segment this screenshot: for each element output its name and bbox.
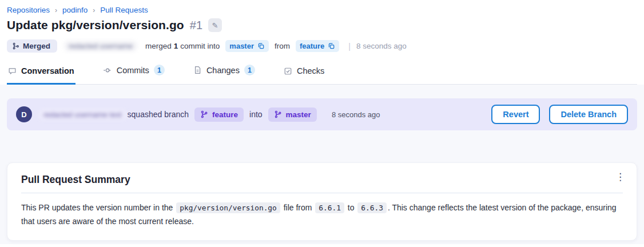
checklist-icon	[284, 67, 292, 75]
banner-target-branch-pill[interactable]: master	[268, 107, 317, 122]
overflow-menu-button[interactable]: ⋮	[612, 170, 629, 184]
comment-icon	[8, 67, 17, 75]
banner-action-text: squashed branch	[128, 110, 189, 119]
summary-card-title: Pull Request Summary	[21, 174, 623, 186]
title-row: Update pkg/version/version.go #1 ✎	[7, 18, 637, 32]
target-branch-pill[interactable]: master	[225, 40, 269, 52]
card-divider	[21, 193, 623, 193]
pr-summary-card: ⋮ Pull Request Summary This PR updates t…	[7, 162, 637, 241]
source-branch-name: feature	[300, 42, 324, 50]
git-merge-icon	[12, 42, 19, 50]
banner-into-text: into	[249, 110, 263, 119]
git-branch-icon	[200, 110, 208, 118]
breadcrumb-podinfo[interactable]: podinfo	[62, 6, 88, 14]
banner-actions: Revert Delete Branch	[491, 105, 628, 124]
tab-label: Conversation	[21, 66, 74, 75]
page-header: Repositories › podinfo › Pull Requests U…	[0, 0, 644, 85]
banner-timestamp: 8 seconds ago	[332, 110, 380, 119]
commit-into-text: commit into	[180, 42, 220, 50]
content-area: D redacted username text squashed branch…	[0, 85, 644, 244]
commit-icon	[103, 66, 112, 75]
pencil-icon: ✎	[212, 21, 218, 30]
commit-count: 1	[174, 42, 178, 50]
pr-tabs: Conversation Commits 1 Changes 1	[7, 62, 637, 85]
changes-count-badge: 1	[244, 65, 255, 75]
separator-bar: |	[348, 42, 351, 51]
from-text: from	[275, 42, 290, 50]
banner-source-branch-name: feature	[212, 110, 238, 119]
breadcrumb-pull-requests[interactable]: Pull Requests	[100, 6, 148, 14]
pr-number: #1	[190, 19, 202, 32]
tab-conversation[interactable]: Conversation	[7, 64, 75, 85]
merge-banner: D redacted username text squashed branch…	[7, 98, 637, 130]
source-branch-pill[interactable]: feature	[296, 40, 339, 52]
tab-changes[interactable]: Changes 1	[192, 62, 256, 85]
status-badge: Merged	[7, 39, 57, 53]
tab-checks[interactable]: Checks	[283, 64, 325, 85]
kebab-menu-icon: ⋮	[615, 172, 625, 182]
revert-button[interactable]: Revert	[491, 105, 540, 124]
merged-text: merged	[145, 42, 172, 50]
git-branch-icon	[274, 110, 282, 118]
merge-author-redacted: redacted username	[64, 41, 137, 51]
merge-info-row: Merged redacted username merged 1 commit…	[7, 39, 637, 53]
status-badge-label: Merged	[23, 42, 50, 50]
merge-timestamp: 8 seconds ago	[356, 42, 407, 50]
tab-label: Commits	[117, 66, 149, 75]
avatar[interactable]: D	[16, 106, 32, 122]
banner-target-branch-name: master	[286, 110, 311, 119]
tab-commits[interactable]: Commits 1	[102, 62, 166, 85]
delete-branch-button[interactable]: Delete Branch	[549, 105, 628, 124]
breadcrumb-repositories[interactable]: Repositories	[7, 6, 50, 14]
tab-label: Changes	[206, 66, 240, 75]
copy-icon[interactable]	[328, 42, 335, 50]
breadcrumb-separator: ›	[55, 6, 57, 14]
breadcrumb: Repositories › podinfo › Pull Requests	[7, 6, 637, 14]
summary-body: This PR updates the version number in th…	[21, 201, 623, 229]
target-branch-name: master	[229, 42, 254, 50]
edit-title-button[interactable]: ✎	[208, 18, 222, 32]
file-icon	[193, 66, 202, 74]
copy-icon[interactable]	[257, 42, 265, 50]
banner-actor-redacted: redacted username text	[39, 109, 126, 120]
breadcrumb-separator: ›	[93, 6, 95, 14]
tab-label: Checks	[297, 66, 324, 75]
banner-source-branch-pill[interactable]: feature	[194, 107, 244, 122]
commits-count-badge: 1	[154, 65, 165, 75]
page-title: Update pkg/version/version.go	[7, 18, 184, 32]
